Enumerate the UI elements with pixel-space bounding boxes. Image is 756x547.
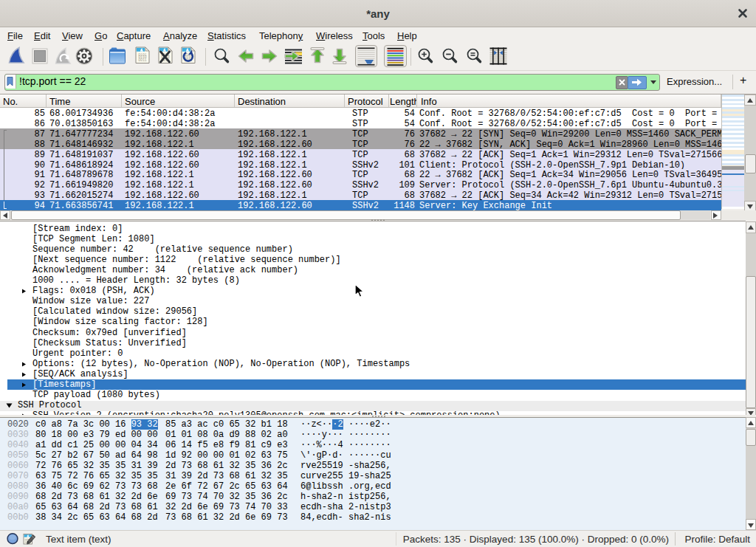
svg-text:0011: 0011 [138, 58, 147, 62]
